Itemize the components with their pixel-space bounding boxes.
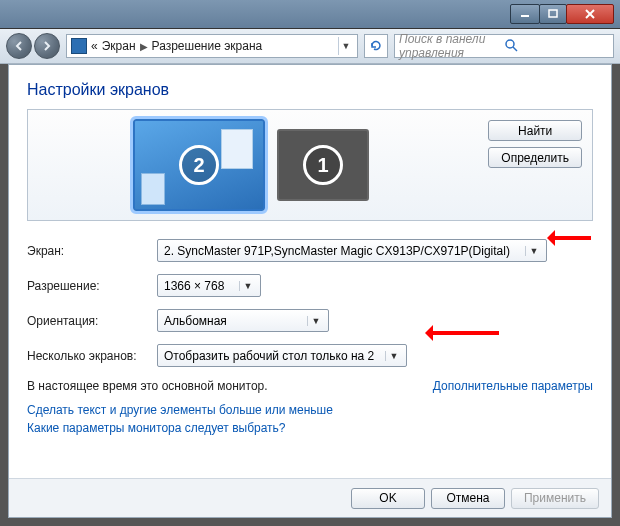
display-select-value: 2. SyncMaster 971P,SyncMaster Magic CX91… bbox=[164, 244, 521, 258]
display-preview: 2 1 Найти Определить bbox=[27, 109, 593, 221]
label-multiple: Несколько экранов: bbox=[27, 349, 157, 363]
maximize-button[interactable] bbox=[539, 4, 567, 24]
monitor-number: 2 bbox=[179, 145, 219, 185]
primary-monitor-status: В настоящее время это основной монитор. bbox=[27, 379, 268, 393]
multiple-displays-select[interactable]: Отобразить рабочий стол только на 2 ▼ bbox=[157, 344, 407, 367]
page-content: Настройки экранов 2 1 Найти Определить Э… bbox=[8, 64, 612, 518]
window-titlebar bbox=[0, 0, 620, 29]
breadcrumb-dropdown-icon[interactable]: ▼ bbox=[338, 37, 353, 55]
close-button[interactable] bbox=[566, 4, 614, 24]
svg-point-4 bbox=[506, 40, 514, 48]
minimize-button[interactable] bbox=[510, 4, 540, 24]
dialog-footer: OK Отмена Применить bbox=[9, 478, 611, 517]
advanced-settings-link[interactable]: Дополнительные параметры bbox=[433, 379, 593, 393]
svg-line-5 bbox=[513, 47, 517, 51]
detect-button[interactable]: Определить bbox=[488, 147, 582, 168]
monitor-number: 1 bbox=[303, 145, 343, 185]
search-placeholder: Поиск в панели управления bbox=[399, 32, 504, 60]
annotation-arrow bbox=[429, 331, 499, 335]
monitor-1[interactable]: 1 bbox=[277, 129, 369, 201]
orientation-select[interactable]: Альбомная ▼ bbox=[157, 309, 329, 332]
breadcrumb-prefix: « bbox=[91, 39, 98, 53]
breadcrumb-item[interactable]: Разрешение экрана bbox=[152, 39, 263, 53]
orientation-select-value: Альбомная bbox=[164, 314, 303, 328]
search-icon bbox=[504, 38, 609, 55]
display-select[interactable]: 2. SyncMaster 971P,SyncMaster Magic CX91… bbox=[157, 239, 547, 262]
control-panel-icon bbox=[71, 38, 87, 54]
search-input[interactable]: Поиск в панели управления bbox=[394, 34, 614, 58]
text-size-link[interactable]: Сделать текст и другие элементы больше и… bbox=[27, 403, 333, 417]
apply-button: Применить bbox=[511, 488, 599, 509]
label-orientation: Ориентация: bbox=[27, 314, 157, 328]
which-settings-link[interactable]: Какие параметры монитора следует выбрать… bbox=[27, 421, 286, 435]
nav-back-button[interactable] bbox=[6, 33, 32, 59]
breadcrumb-item[interactable]: Экран bbox=[102, 39, 136, 53]
cancel-button[interactable]: Отмена bbox=[431, 488, 505, 509]
resolution-select[interactable]: 1366 × 768 ▼ bbox=[157, 274, 261, 297]
multiple-displays-value: Отобразить рабочий стол только на 2 bbox=[164, 349, 381, 363]
ok-button[interactable]: OK bbox=[351, 488, 425, 509]
chevron-down-icon: ▼ bbox=[307, 316, 324, 326]
breadcrumb[interactable]: « Экран ▶ Разрешение экрана ▼ bbox=[66, 34, 358, 58]
resolution-select-value: 1366 × 768 bbox=[164, 279, 235, 293]
annotation-arrow bbox=[551, 236, 591, 240]
chevron-down-icon: ▼ bbox=[525, 246, 542, 256]
chevron-right-icon: ▶ bbox=[140, 41, 148, 52]
chevron-down-icon: ▼ bbox=[385, 351, 402, 361]
label-resolution: Разрешение: bbox=[27, 279, 157, 293]
address-bar: « Экран ▶ Разрешение экрана ▼ Поиск в па… bbox=[0, 29, 620, 64]
label-display: Экран: bbox=[27, 244, 157, 258]
chevron-down-icon: ▼ bbox=[239, 281, 256, 291]
page-title: Настройки экранов bbox=[27, 81, 593, 99]
identify-button[interactable]: Найти bbox=[488, 120, 582, 141]
refresh-button[interactable] bbox=[364, 34, 388, 58]
svg-rect-1 bbox=[549, 10, 557, 17]
monitor-2[interactable]: 2 bbox=[133, 119, 265, 211]
nav-forward-button[interactable] bbox=[34, 33, 60, 59]
